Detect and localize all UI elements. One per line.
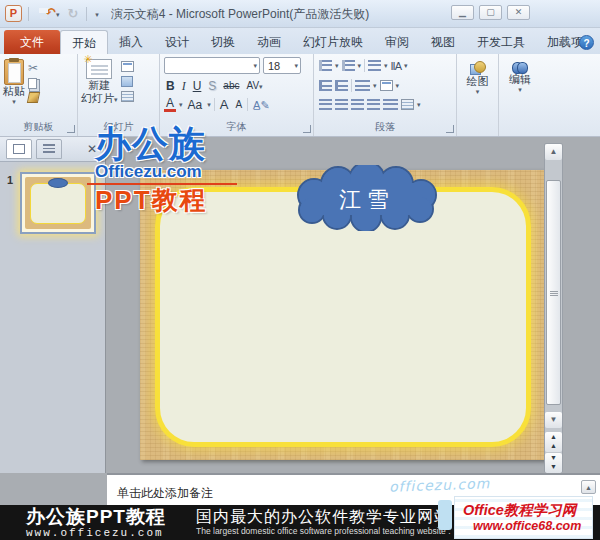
editing-label: 编辑 [509,73,531,86]
notes-scroll-up-icon[interactable]: ▲ [581,480,596,494]
slides-outline-pane: ✕ 1 [0,137,106,473]
columns-icon[interactable] [355,80,370,91]
tab-slideshow[interactable]: 幻灯片放映 [292,30,374,54]
ribbon-tab-strip: 文件 开始 插入 设计 切换 动画 幻灯片放映 审阅 视图 开发工具 加载项 ? [0,28,600,54]
numbering-icon[interactable] [342,60,355,71]
new-slide-button[interactable]: 新建 幻灯片▾ [78,57,121,107]
underline-button[interactable]: U [191,78,204,94]
chevron-down-icon: ▾ [476,88,480,95]
window-controls: ▁ ▢ ✕ [451,5,530,20]
footer-site-url: www.officezu.com [26,527,166,539]
help-icon[interactable]: ? [579,35,594,50]
notes-placeholder[interactable]: 单击此处添加备注 [117,485,213,502]
slide-thumbnail[interactable] [20,172,96,234]
tab-animations[interactable]: 动画 [246,30,292,54]
tab-design[interactable]: 设计 [154,30,200,54]
ribbon: 粘贴 ▾ ✂ 剪贴板 新建 幻灯片▾ [0,54,600,137]
scroll-down-icon[interactable]: ▼ [545,412,562,428]
format-painter-icon[interactable] [27,92,40,103]
vertical-scrollbar[interactable]: ▲ ▼ ▲▲ ▼▼ [544,143,563,473]
dialog-launcher-icon[interactable] [67,125,75,133]
line-spacing-icon[interactable] [368,60,381,71]
text-direction-icon[interactable]: IIA [391,60,401,72]
footer-center-block: 国内最大的办公软件教学专业网站 The largest domestic off… [196,508,451,536]
scroll-up-icon[interactable]: ▲ [545,144,562,160]
font-size-combobox[interactable]: 18▾ [263,57,301,74]
editing-button[interactable]: 编辑 ▾ [499,59,541,95]
reset-slide-icon[interactable] [121,76,133,87]
drawing-button[interactable]: 绘图 ▾ [457,59,498,97]
font-color-button[interactable]: A [164,97,176,112]
decrease-indent-icon[interactable] [319,80,332,91]
chevron-down-icon: ▾ [417,101,421,108]
thumbnail-inner-shape [30,183,86,224]
spacing-label: AV [246,80,259,91]
paste-button[interactable]: 粘贴 ▾ [0,57,28,107]
tab-slides-thumbnails[interactable] [6,139,32,159]
maximize-button[interactable]: ▢ [479,5,502,20]
font-group: ▾ 18▾ B I U S abc AV▾ A ▾ Aa ▾ A A A̲✎ [160,54,314,136]
tab-insert[interactable]: 插入 [108,30,154,54]
tab-home[interactable]: 开始 [60,30,108,54]
grow-font-button[interactable]: A [218,97,231,113]
bold-button[interactable]: B [164,78,177,94]
increase-indent-icon[interactable] [335,80,348,91]
tab-review[interactable]: 审阅 [374,30,420,54]
strikethrough-button[interactable]: abc [221,78,241,94]
thumbnail-slide-preview [25,177,91,229]
dialog-launcher-icon[interactable] [446,125,454,133]
convert-smartart-icon[interactable] [401,99,414,110]
cloud-title-shape[interactable]: 江雪 [282,165,452,231]
slide-canvas[interactable]: 江雪 [140,170,546,460]
ribbon-right-controls: ? [562,35,594,50]
tab-view[interactable]: 视图 [420,30,466,54]
slide-thumbnail-row[interactable]: 1 [0,172,105,234]
font-name-combobox[interactable]: ▾ [164,57,260,74]
align-right-icon[interactable] [351,99,364,110]
change-case-button[interactable]: Aa [186,97,205,113]
cloud-title-text: 江雪 [339,187,395,212]
align-left-icon[interactable] [319,99,332,110]
text-shadow-button[interactable]: S [206,78,218,94]
minimize-button[interactable]: ▁ [451,5,474,20]
distribute-icon[interactable] [383,99,398,110]
tab-developer[interactable]: 开发工具 [466,30,536,54]
group-label-font: 字体 [160,120,313,134]
cut-icon[interactable]: ✂ [28,61,39,75]
tab-transitions[interactable]: 切换 [200,30,246,54]
chevron-down-icon: ▾ [207,101,211,108]
character-spacing-button[interactable]: AV▾ [244,78,264,94]
italic-button[interactable]: I [180,78,188,94]
align-center-icon[interactable] [335,99,348,110]
footer-site-title: 办公族PPT教程 [26,507,166,527]
editing-group: 编辑 ▾ [499,54,541,136]
dialog-launcher-icon[interactable] [303,125,311,133]
chevron-down-icon: ▾ [373,82,377,89]
powerpoint-window: P ↶▾ ↻ ▾ 演示文稿4 - Microsoft PowerPoint(产品… [0,0,600,540]
slide-thumbnail-icon [13,144,25,154]
previous-slide-button[interactable]: ▲▲ [545,432,562,452]
group-label-slides: 幻灯片 [78,120,159,134]
shrink-font-button[interactable]: A [233,97,244,113]
pane-tab-bar: ✕ [0,137,105,162]
scrollbar-thumb[interactable] [546,180,561,405]
slide-layout-icon[interactable] [121,61,134,72]
new-slide-icon [86,59,112,79]
close-pane-icon[interactable]: ✕ [87,142,97,156]
copy-icon[interactable] [28,78,37,89]
footer-slogan-english: The largest domestic office software pro… [196,526,451,536]
chevron-down-icon: ▾ [179,101,183,108]
justify-icon[interactable] [367,99,380,110]
section-icon[interactable] [121,91,134,102]
align-text-icon[interactable] [380,80,393,91]
close-button[interactable]: ✕ [507,5,530,20]
footer-banner: 办公族PPT教程 www.officezu.com 国内最大的办公软件教学专业网… [0,505,600,540]
bullets-icon[interactable] [319,60,332,71]
clear-formatting-icon[interactable]: A̲✎ [251,97,272,113]
window-title: 演示文稿4 - Microsoft PowerPoint(产品激活失败) [0,0,480,28]
tab-outline[interactable] [36,139,62,159]
tab-file[interactable]: 文件 [4,30,60,54]
thumbnail-cloud-shape [48,178,68,188]
next-slide-button[interactable]: ▼▼ [545,453,562,473]
group-label-clipboard: 剪贴板 [0,120,77,134]
